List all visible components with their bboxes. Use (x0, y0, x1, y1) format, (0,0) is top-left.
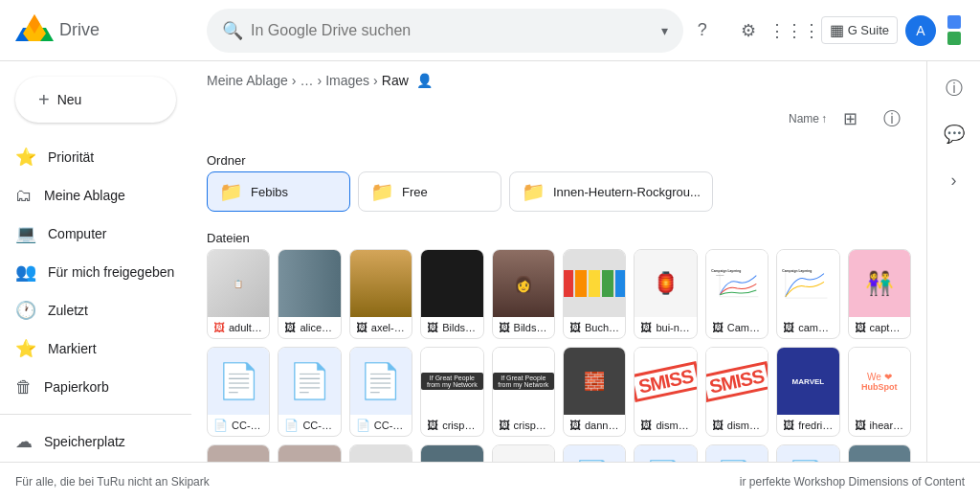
sidebar-item-storage[interactable]: ☁ Speicherplatz (0, 422, 191, 461)
file-thumb: 👩 (493, 445, 554, 462)
file-thumb-campaign2: Campaign Layering (777, 250, 838, 317)
file-item[interactable]: 🍞 🖼 IMG_2100_1.jpg (207, 444, 270, 462)
doc-icon: 📄 (217, 361, 260, 401)
sidebar-item-priority[interactable]: ⭐ Priorität (0, 138, 191, 176)
user-avatar[interactable]: A (905, 15, 936, 46)
info-panel-button[interactable]: ⓘ (935, 69, 973, 107)
new-button[interactable]: + Neu (15, 77, 176, 123)
file-item-campaign-layering[interactable]: Campaign Layering Intensity 🖼 Campaign L… (705, 249, 768, 339)
file-name: crispy-content-great-peo... (442, 420, 477, 431)
file-item[interactable]: 🏮 🖼 bui-nam-phong-QSEP_yS... (634, 249, 697, 339)
sidebar-item-trash[interactable]: 🗑 Papierkorb (0, 368, 191, 406)
sidebar-item-my-drive[interactable]: 🗂 Meine Ablage (0, 176, 191, 215)
file-item-campaign-mgmt[interactable]: Campaign Layering 🖼 campaign-management-… (776, 249, 839, 339)
file-thumb: 👫 (849, 250, 910, 317)
file-name: CC-FB-image post 1200x... (232, 420, 263, 431)
file-item[interactable]: 🍞 🖼 IMG_2100.JPG (278, 444, 341, 462)
file-thumb: 📄 (706, 445, 768, 462)
file-item[interactable]: 📄 📄 LI Post Image 1200x628... (563, 444, 626, 462)
new-icon: + (38, 89, 50, 111)
file-item[interactable]: 📄 📄 LI Post Image 1200x628... (705, 444, 768, 462)
sidebar-item-recent[interactable]: 🕐 Zuletzt (0, 291, 191, 330)
file-name: CC-FB-image post 1200x... (374, 420, 406, 431)
help-button[interactable]: ? (683, 11, 722, 50)
file-thumb (564, 250, 625, 317)
sidebar-item-starred[interactable]: ⭐ Markiert (0, 330, 191, 368)
folders-header: Ordner (207, 146, 911, 171)
drive-logo-icon (15, 14, 54, 47)
file-item[interactable]: 📋 🖼 adult-beane-brainstorm... (207, 249, 270, 339)
file-type-icon: 🖼 (499, 321, 510, 334)
grid-view-button[interactable]: ⊞ (831, 100, 869, 138)
topbar: Drive 🔍 ▾ ? ⚙ ⋮⋮⋮ ▦ G Suite A (0, 0, 980, 61)
file-item[interactable]: 🧱 🖼 danny-howe-5Q3Zbfe02... (563, 347, 626, 437)
file-type-icon: 🖼 (284, 321, 296, 334)
folder-free[interactable]: 📁 Free (358, 171, 501, 212)
file-item[interactable]: 📄 📄 CC-FB-image post 1200x... (278, 347, 341, 437)
sort-name-button[interactable]: Name ↑ (789, 112, 827, 125)
search-input-wrapper[interactable]: 🔍 ▾ (207, 9, 683, 53)
breadcrumb-images[interactable]: Images (325, 73, 369, 88)
file-item[interactable]: 🖼 Buch Methodisches Cont... (563, 249, 626, 339)
computer-label: Computer (48, 226, 106, 241)
file-type-icon: 📄 (356, 419, 370, 432)
sidebar-item-shared[interactable]: 👥 Für mich freigegeben (0, 253, 191, 291)
file-type-icon: 🖼 (783, 419, 794, 432)
file-info: 🖼 crispy-content-great-peo... (421, 415, 482, 436)
file-item-hubspot[interactable]: We ❤ HubSpot 🖼 iheartHubSpot.psd (848, 347, 911, 437)
file-info: 🖼 Buch Methodisches Cont... (564, 317, 625, 338)
priority-icon: ⭐ (15, 147, 36, 168)
file-item[interactable]: 🖼 alice-rajmen-AS3x1dHS2... (278, 249, 341, 339)
file-item[interactable]: 🚗 🖼 jeremy-bishop-NNXxEAr... (420, 444, 483, 462)
file-info: 🖼 iheartHubSpot.psd (849, 415, 910, 436)
file-item[interactable]: 🖼 axel-ortas-bergkvist-s3O... (349, 249, 412, 339)
file-item[interactable]: 👩 🖼 joshua-rawson-harris-YN... (492, 444, 555, 462)
file-item[interactable]: 📄 📄 LI Post Image 1200x628... (776, 444, 839, 462)
file-info: 🖼 axel-ortas-bergkvist-s3O... (350, 317, 412, 338)
gsuite-button[interactable]: ▦ G Suite (821, 16, 898, 44)
expand-panel-button[interactable]: › (935, 161, 973, 199)
file-type-icon: 🖼 (783, 321, 794, 334)
file-item[interactable]: If Great People from my Network 🖼 crispy… (420, 347, 483, 437)
sidebar-divider (0, 414, 191, 415)
file-thumb: If Great People from my Network (421, 348, 482, 415)
folder-innen[interactable]: 📁 Innen-Heutern-Rockgrou... (509, 171, 713, 212)
file-item[interactable]: 📄 📄 CC-FB-image post 1200x... (349, 347, 412, 437)
file-info: 🖼 campaign-management-c... (777, 317, 838, 338)
file-item-dismissed-psd[interactable]: SMISS 🖼 dismissed.psd (705, 347, 768, 437)
file-item[interactable]: 📄 📄 CC-FB-image post 1200x... (207, 347, 270, 437)
sidebar-item-computer[interactable]: 💻 Computer (0, 215, 191, 253)
file-item[interactable]: 🏢 🖼 maksym-kahurylskyj-09... (848, 444, 911, 462)
search-icon: 🔍 (222, 20, 243, 41)
recent-icon: 🕐 (15, 300, 36, 321)
breadcrumb-more[interactable]: … (301, 73, 314, 88)
svg-text:Intensity: Intensity (716, 274, 725, 276)
file-item[interactable]: If Great People from my Network 🖼 crispy… (492, 347, 555, 437)
search-input[interactable] (251, 22, 654, 39)
breadcrumb-sep-2: › (318, 73, 323, 88)
file-item-dismissed-png[interactable]: SMISS 🖼 dismissed.png (634, 347, 697, 437)
file-item[interactable]: 👩 🖼 Bildschirmfoto 2019-09-... (492, 249, 555, 339)
bottom-bar-left-text: Für alle, die bei TuRu nicht an Skipark (15, 475, 210, 489)
breadcrumb-my-drive[interactable]: Meine Ablage (207, 73, 288, 88)
info-toggle-button[interactable]: ⓘ (873, 100, 911, 138)
file-item[interactable]: 👤 🖼 jakob-owens-cuerUg8G... (349, 444, 412, 462)
file-item[interactable]: 👫 🖼 capturing-cheerful-coupl... (848, 249, 911, 339)
file-item[interactable]: 📄 📄 LI Post Image 1200x628... (634, 444, 697, 462)
file-type-icon: 📄 (213, 419, 228, 432)
file-item[interactable]: MARVEL 🖼 fredrick-john-TnXxJvPC2... (776, 347, 839, 437)
recent-label: Zuletzt (48, 303, 88, 318)
file-name: dismissed.psd (727, 420, 762, 431)
file-item[interactable]: 🖼 Bildschirmfoto 2019-09-... (420, 249, 483, 339)
doc-icon: 📄 (359, 361, 402, 401)
file-name: Bildschirmfoto 2019-09-... (514, 322, 548, 333)
file-thumb (278, 250, 340, 317)
file-name: capturing-cheerful-coupl... (870, 322, 904, 333)
settings-button[interactable]: ⚙ (729, 11, 768, 50)
folder-febibs-name: Febibs (251, 185, 288, 199)
file-thumb: 👤 (350, 445, 412, 462)
file-info: 📄 CC-FB-image post 1200x... (208, 415, 269, 436)
apps-button[interactable]: ⋮⋮⋮ (775, 11, 813, 50)
activity-panel-button[interactable]: 💬 (935, 115, 973, 153)
folder-febibs[interactable]: 📁 Febibs (207, 171, 350, 212)
